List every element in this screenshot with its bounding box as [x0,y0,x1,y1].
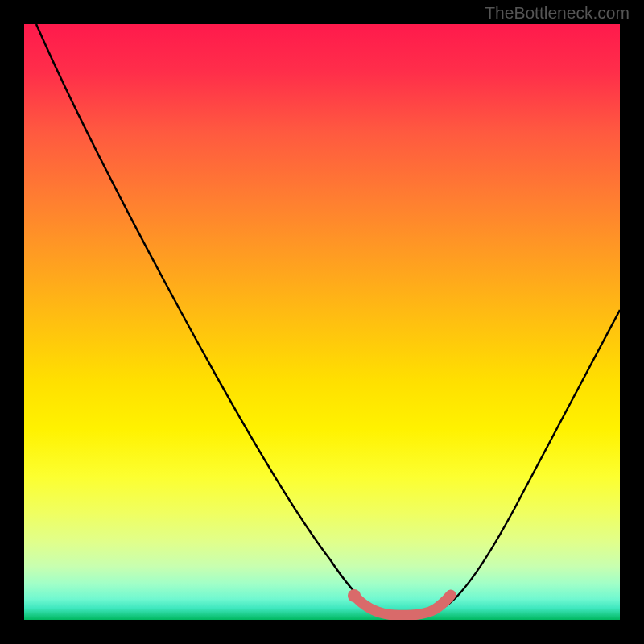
optimal-range-highlight [357,595,451,615]
bottleneck-curve [36,24,620,616]
optimal-point-marker [348,589,361,602]
chart-svg [24,24,620,620]
chart-plot-area [24,24,620,620]
watermark-text: TheBottleneck.com [485,3,630,23]
